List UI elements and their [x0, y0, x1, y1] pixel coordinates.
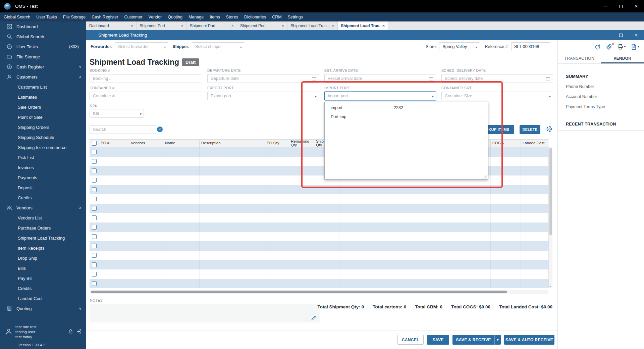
calendar-icon[interactable]: [546, 77, 550, 81]
sidebar-item-bills[interactable]: Bills: [0, 263, 86, 273]
row-checkbox[interactable]: [92, 225, 97, 230]
row-checkbox[interactable]: [92, 206, 97, 211]
sidebar-item-point-of-sale[interactable]: Point of Sale: [0, 112, 86, 122]
row-checkbox[interactable]: [92, 262, 97, 267]
tab-dashboard-0[interactable]: Dashboard×: [86, 21, 137, 30]
menu-item-manage[interactable]: Manage: [185, 12, 207, 21]
row-checkbox[interactable]: [92, 244, 97, 248]
gear-icon[interactable]: [546, 126, 552, 132]
menu-item-dictionaries[interactable]: Dictionaries: [241, 12, 269, 21]
close-icon[interactable]: ×: [382, 23, 385, 28]
store-select[interactable]: Spring Valley ▾: [439, 42, 479, 51]
logout-icon[interactable]: [76, 329, 82, 335]
menu-item-customer[interactable]: Customer: [121, 12, 145, 21]
cancel-button[interactable]: CANCEL: [397, 335, 424, 345]
clear-search-icon[interactable]: ×: [157, 127, 163, 132]
maximize-button[interactable]: [613, 0, 629, 12]
menu-item-quoting[interactable]: Quoting: [165, 12, 185, 21]
sidebar-item-drop-ship[interactable]: Drop Ship: [0, 253, 86, 263]
row-checkbox[interactable]: [92, 272, 97, 277]
close-icon[interactable]: ×: [332, 23, 334, 28]
doc-minimize-button[interactable]: [598, 30, 613, 40]
close-button[interactable]: ×: [629, 0, 644, 12]
row-checkbox[interactable]: [92, 281, 97, 286]
sidebar-item-shipping-schedule[interactable]: Shipping Schedule: [0, 132, 86, 142]
recent-transaction-header[interactable]: RECENT TRANSACTION: [558, 118, 644, 131]
sidebar-item-shipping-for-e-commerce[interactable]: Shipping for e-commerce: [0, 142, 86, 152]
menu-item-user-tasks[interactable]: User Tasks: [33, 12, 60, 21]
row-checkbox[interactable]: [92, 159, 97, 164]
row-checkbox[interactable]: [92, 215, 97, 220]
menu-item-global-search[interactable]: Global Search: [1, 12, 33, 21]
sidebar-item-invoices[interactable]: Invoices: [0, 162, 86, 172]
close-icon[interactable]: ×: [130, 23, 133, 28]
doc-restore-button[interactable]: [613, 30, 629, 40]
scrollbar-thumb[interactable]: [91, 291, 507, 293]
sidebar-item-customers-list[interactable]: Customers List: [0, 82, 86, 92]
sidebar-item-purchase-orders[interactable]: Purchase Orders: [0, 223, 86, 233]
row-checkbox[interactable]: [92, 197, 97, 201]
scrollbar-thumb[interactable]: [549, 148, 552, 235]
import-port-input[interactable]: [325, 92, 436, 100]
container-input[interactable]: [90, 92, 201, 100]
sidebar-item-global-search[interactable]: Global Search: [0, 32, 86, 42]
sidebar-item-pay-bill[interactable]: Pay Bill: [0, 273, 86, 283]
row-checkbox[interactable]: [92, 150, 97, 154]
close-icon[interactable]: ×: [281, 23, 284, 28]
minimize-button[interactable]: [598, 0, 613, 12]
row-checkbox[interactable]: [92, 253, 97, 258]
document-icon[interactable]: ▾: [631, 44, 639, 50]
dropdown-option-import[interactable]: import2232: [325, 103, 488, 112]
sidebar-item-credits[interactable]: Credits: [0, 283, 86, 293]
search-input[interactable]: [90, 125, 156, 134]
sidebar-item-item-receipts[interactable]: Item Receipts: [0, 243, 86, 253]
print-icon[interactable]: ▾: [617, 44, 626, 50]
sidebar-item-deposit[interactable]: Deposit: [0, 183, 86, 193]
calendar-icon[interactable]: [312, 77, 316, 81]
row-checkbox[interactable]: [92, 187, 97, 192]
close-icon[interactable]: ×: [231, 23, 234, 28]
kte-select[interactable]: Kte▾: [90, 109, 144, 118]
tab-shipment-port-1[interactable]: Shipment Port×: [137, 21, 187, 30]
forwarder-select[interactable]: Select forwarder ▾: [115, 42, 168, 51]
export-port-select[interactable]: Export port▾: [207, 92, 319, 100]
reference-input[interactable]: [511, 42, 550, 51]
sidebar-item-landed-cost[interactable]: Landed Cost: [0, 293, 86, 303]
scroll-down-icon[interactable]: ▾: [549, 285, 551, 288]
sidebar-item-credits[interactable]: Credits: [0, 193, 86, 203]
sidebar-item-customers[interactable]: Customers∧: [0, 72, 86, 82]
tab-shipment-port-2[interactable]: Shipment Port×: [187, 21, 237, 30]
horizontal-scrollbar[interactable]: [90, 290, 548, 294]
menu-item-items[interactable]: Items: [207, 12, 223, 21]
save-and-receive-button[interactable]: SAVE & RECEIVE: [452, 335, 494, 345]
sidebar-item-dashboard[interactable]: Dashboard: [0, 21, 86, 32]
sidebar-item-shipment-load-tracking[interactable]: Shipment Load Tracking: [0, 233, 86, 243]
sidebar-item-vendors[interactable]: Vendors∧: [0, 203, 86, 213]
menu-item-file-storage[interactable]: File Storage: [60, 12, 89, 21]
notes-field[interactable]: [90, 304, 320, 322]
select-all-checkbox[interactable]: [92, 141, 97, 146]
shipper-select[interactable]: Select shipper ▾: [192, 42, 244, 51]
refresh-icon[interactable]: [594, 44, 601, 50]
close-icon[interactable]: ×: [181, 23, 183, 28]
lock-icon[interactable]: [68, 329, 73, 335]
menu-item-vendor[interactable]: Vendor: [146, 12, 165, 21]
departure-date-input[interactable]: [208, 74, 319, 83]
sched-delivery-date-input[interactable]: [442, 74, 553, 83]
dropdown-option-port-imp[interactable]: Port imp: [325, 112, 488, 121]
sidebar-item-user-tasks[interactable]: User Tasks(803): [0, 42, 86, 52]
sidebar-item-cash-register[interactable]: $Cash Register∨: [0, 62, 86, 72]
vertical-scrollbar[interactable]: ▾: [548, 147, 552, 288]
sidebar-item-file-storage[interactable]: File Storage: [0, 52, 86, 62]
sidebar-item-pick-list[interactable]: Pick List: [0, 152, 86, 162]
container-size-select[interactable]: Container Size▾: [441, 92, 553, 100]
row-checkbox[interactable]: [92, 178, 97, 183]
sidebar-item-sale-orders[interactable]: Sale Orders: [0, 102, 86, 112]
row-checkbox[interactable]: [92, 168, 97, 173]
delete-button[interactable]: DELETE: [520, 125, 540, 134]
menu-item-crm[interactable]: CRM: [269, 12, 284, 21]
calendar-icon[interactable]: [429, 77, 433, 81]
menu-item-settings[interactable]: Settings: [285, 12, 306, 21]
doc-close-button[interactable]: ×: [629, 30, 644, 40]
est-arrive-date-input[interactable]: [325, 74, 436, 83]
